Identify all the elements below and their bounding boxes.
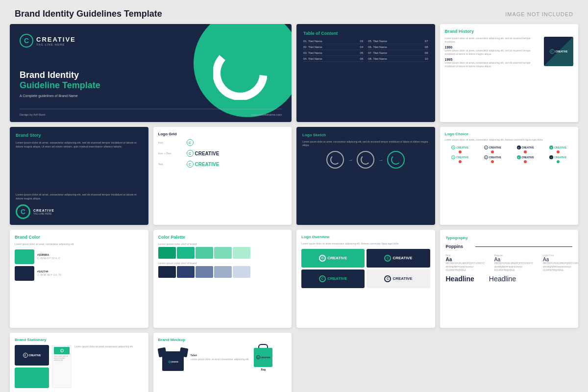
stationary-card2-preview xyxy=(15,368,49,388)
stationary-card-icon: C xyxy=(23,353,28,358)
choice-dot-7 xyxy=(524,160,527,163)
toc-grid: 01. Titel Name03 05. Titel Name07 02. Ti… xyxy=(303,40,428,62)
typo-light-chars: ABCDEFGHIJKLMNOPQRSTUVWXYZabcdefghijklmn… xyxy=(543,262,578,272)
palette-chip-4 xyxy=(214,247,232,259)
choice-dot-5 xyxy=(459,160,462,163)
toc-item: 06. Titel Name08 xyxy=(368,46,428,50)
sketch-arrow-2: → xyxy=(378,157,383,163)
swatch-green-info: #1DB88A C: 83 M: 0 Y: 57 K: 0 xyxy=(37,253,60,261)
logo-grid-title: Logo Grid xyxy=(158,132,287,136)
toc-item: 08. Titel Name10 xyxy=(368,57,428,62)
typo-divider xyxy=(475,246,573,247)
logo-grid-card: Logo Grid Icon C Icon + Text C CREATIVE … xyxy=(153,127,292,225)
history-content: Lorem ipsum dolor sit amet, consectetur … xyxy=(445,37,574,68)
ci3-icon: C xyxy=(517,146,521,149)
typo-light-aa: Aa xyxy=(543,257,549,262)
choice-logo-7: C CREATIVE xyxy=(517,155,534,159)
typo-sample-light: Light Font Aa ABCDEFGHIJKLMNOPQRSTUVWXYZ… xyxy=(543,254,578,272)
history-text: Lorem ipsum dolor sit amet, consectetur … xyxy=(445,37,541,68)
cover-logo-icon xyxy=(20,34,33,48)
ci2-icon: C xyxy=(484,146,488,149)
cover-footer: Design by Arif Rumi www.websitename.com xyxy=(20,109,282,116)
overview-logo-dark-box: C CREATIVE xyxy=(367,249,430,268)
svg-point-2 xyxy=(361,155,370,164)
palette-chip-grey-2 xyxy=(177,266,195,278)
svg-point-0 xyxy=(213,46,267,100)
color-swatch-dark-row: #1A2744 C: 84 M: 58 Y: 0 K: 73 xyxy=(15,266,144,281)
typography-card: Typography Poppins Bold Aa ABCDEFGHIJKLM… xyxy=(440,230,579,328)
cover-c-shape-wrapper xyxy=(213,46,267,100)
tshirt-icon: C xyxy=(168,361,171,363)
history-logo: C CREATIVE xyxy=(550,49,568,54)
logo-overview-card: Logo Overview Lorem ipsum dolor sit amet… xyxy=(296,230,435,328)
mockup-items: C CREATIVE Tshirt Lorem ipsum dolor sit … xyxy=(158,344,287,371)
mockup-bag: C CREATIVE Bag xyxy=(252,344,274,371)
sketch-desc: Lorem ipsum dolor sit amet, consectetur … xyxy=(302,140,429,147)
cover-designer: Design by Arif Rumi xyxy=(20,113,46,116)
swatch-green xyxy=(15,249,34,264)
lg-brand-name: CREATIVE xyxy=(195,151,220,156)
toc-item: 01. Titel Name03 xyxy=(303,40,363,44)
cover-main-title: Brand Identity xyxy=(20,70,100,81)
cover-description: A Complete guidelines of Brand Name xyxy=(20,94,100,98)
typo-sample-regular: Regular Aa ABCDEFGHIJKLMNOPQRSTUVWXYZabc… xyxy=(494,254,533,272)
tshirt-text: CREATIVE xyxy=(171,361,178,363)
typo-font-row: Poppins xyxy=(446,244,573,249)
ol-icon-2: C xyxy=(384,255,391,262)
ci7-text: CREATIVE xyxy=(522,156,534,159)
ci5-text: CREATIVE xyxy=(456,156,468,159)
stationary-content: C CREATIVE C Lorem ipsum dolor sit amet … xyxy=(15,345,144,388)
palette-green-row xyxy=(158,247,287,259)
typo-bold-aa: Aa xyxy=(446,257,452,262)
palette-grey-label: Lorem ipsum color shof of brand xyxy=(158,262,287,265)
brand-color-title: Brand Color xyxy=(15,235,144,240)
story-brand-tagline: TAG LINE HERE xyxy=(33,212,54,215)
overview-logo-light-box: C CREATIVE xyxy=(367,270,430,288)
stationary-letterhead: C Lorem ipsum dolor sit amet consectetur… xyxy=(52,345,72,388)
choice-item-8: C CREATIVE xyxy=(542,155,573,163)
palette-chip-5 xyxy=(233,247,250,259)
page-title: Brand Identity Guidelines Template xyxy=(15,9,162,19)
swatch-dark-info: #1A2744 C: 84 M: 58 Y: 0 K: 73 xyxy=(37,270,61,277)
choice-logo-3: C CREATIVE xyxy=(517,146,534,149)
ol-text-3: CREATIVE xyxy=(327,276,347,281)
ci7-icon: C xyxy=(517,155,521,159)
bag-body: C CREATIVE xyxy=(254,348,272,367)
brand-color-desc: Lorem ipsum dolor sit amet, consectetur … xyxy=(15,243,144,245)
story-logo-icon: C xyxy=(16,204,30,219)
choice-dot-4 xyxy=(557,150,560,153)
typo-headlines: Headline Headline xyxy=(446,275,573,283)
ol-text-4: CREATIVE xyxy=(392,276,412,281)
swatch-dark xyxy=(15,266,34,281)
lh-content: Lorem ipsum dolor sit amet consectetur a… xyxy=(54,355,70,362)
story-logo-area: C CREATIVE TAG LINE HERE xyxy=(16,204,143,219)
story-brand-text: CREATIVE TAG LINE HERE xyxy=(33,209,54,215)
cover-brand-name: CREATIVE xyxy=(36,36,76,43)
logo-grid-row-text: Text C CREATIVE xyxy=(158,161,287,168)
story-text2: Lorem ipsum dolor sit amet, consectetur … xyxy=(16,193,143,201)
swatch-dark-code: C: 84 M: 58 Y: 0 K: 73 xyxy=(37,273,61,277)
history-year2: 1995 xyxy=(445,58,541,61)
ci8-icon: C xyxy=(549,155,553,159)
bag-label: Bag xyxy=(261,368,266,371)
toc-card: Table of Content 01. Titel Name03 05. Ti… xyxy=(296,24,435,122)
page-header: Brand Identity Guidelines Template IMAGE… xyxy=(0,0,588,24)
ci8-text: CREATIVE xyxy=(554,156,566,159)
choice-dot-2 xyxy=(491,150,494,153)
choice-logo-6: C CREATIVE xyxy=(484,155,501,159)
palette-grey-row xyxy=(158,266,287,278)
tshirt-collar xyxy=(168,344,178,350)
choice-item-5: C CREATIVE xyxy=(445,155,476,163)
stationary-card-logo: C CREATIVE xyxy=(23,353,41,358)
choice-dot-1 xyxy=(459,150,462,153)
choice-dot-8 xyxy=(557,160,560,163)
choice-item-7: C CREATIVE xyxy=(510,155,541,163)
ci4-icon: C xyxy=(549,146,553,149)
typo-bold-chars: ABCDEFGHIJKLMNOPQRSTUVWXYZabcdefghijklmn… xyxy=(446,262,485,272)
bag-logo-inner: C CREATIVE xyxy=(256,355,270,359)
lh-icon: C xyxy=(60,349,64,352)
logo-grid-icon-preview: C xyxy=(187,139,194,146)
cover-main-text: Brand Identity Guideline Template A Comp… xyxy=(20,70,100,98)
color-swatches: #1DB88A C: 83 M: 0 Y: 57 K: 0 #1A2744 C:… xyxy=(15,249,144,281)
choice-item-4: C CREATIVE xyxy=(542,146,573,153)
